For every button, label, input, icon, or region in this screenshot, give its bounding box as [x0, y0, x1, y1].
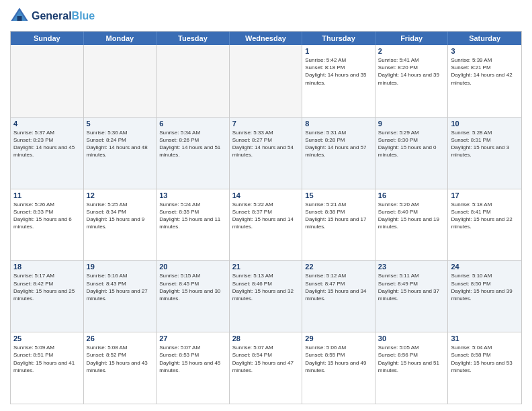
day-number: 26 — [87, 334, 154, 342]
cell-info: Sunrise: 5:15 AM Sunset: 8:45 PM Dayligh… — [159, 272, 226, 302]
day-number: 1 — [305, 47, 372, 55]
calendar-row-5: 25Sunrise: 5:09 AM Sunset: 8:51 PM Dayli… — [11, 332, 521, 404]
day-number: 21 — [232, 263, 300, 271]
cell-info: Sunrise: 5:42 AM Sunset: 8:18 PM Dayligh… — [305, 56, 372, 87]
day-number: 29 — [305, 334, 372, 342]
day-cell-20: 20Sunrise: 5:15 AM Sunset: 8:45 PM Dayli… — [157, 261, 230, 332]
day-number: 24 — [451, 263, 519, 271]
day-cell-6: 6Sunrise: 5:34 AM Sunset: 8:26 PM Daylig… — [157, 118, 230, 189]
calendar: SundayMondayTuesdayWednesdayThursdayFrid… — [10, 31, 522, 404]
cell-info: Sunrise: 5:21 AM Sunset: 8:38 PM Dayligh… — [305, 201, 372, 231]
day-number: 9 — [378, 120, 445, 128]
day-cell-18: 18Sunrise: 5:17 AM Sunset: 8:42 PM Dayli… — [11, 261, 84, 332]
day-cell-31: 31Sunrise: 5:04 AM Sunset: 8:58 PM Dayli… — [448, 332, 521, 404]
day-cell-16: 16Sunrise: 5:20 AM Sunset: 8:40 PM Dayli… — [375, 189, 449, 261]
day-cell-29: 29Sunrise: 5:06 AM Sunset: 8:55 PM Dayli… — [302, 332, 375, 404]
day-number: 19 — [87, 263, 154, 271]
day-number: 14 — [232, 191, 300, 199]
day-cell-4: 4Sunrise: 5:37 AM Sunset: 8:23 PM Daylig… — [11, 118, 84, 189]
day-cell-22: 22Sunrise: 5:12 AM Sunset: 8:47 PM Dayli… — [302, 261, 375, 332]
calendar-body: 1Sunrise: 5:42 AM Sunset: 8:18 PM Daylig… — [11, 45, 521, 404]
calendar-row-3: 11Sunrise: 5:26 AM Sunset: 8:33 PM Dayli… — [11, 189, 521, 261]
cell-info: Sunrise: 5:25 AM Sunset: 8:34 PM Dayligh… — [87, 201, 154, 231]
day-cell-1: 1Sunrise: 5:42 AM Sunset: 8:18 PM Daylig… — [302, 45, 375, 117]
cell-info: Sunrise: 5:31 AM Sunset: 8:28 PM Dayligh… — [305, 129, 372, 159]
day-cell-15: 15Sunrise: 5:21 AM Sunset: 8:38 PM Dayli… — [302, 189, 375, 261]
day-number: 16 — [378, 191, 445, 199]
cell-info: Sunrise: 5:07 AM Sunset: 8:53 PM Dayligh… — [159, 344, 226, 374]
cell-info: Sunrise: 5:33 AM Sunset: 8:27 PM Dayligh… — [232, 129, 300, 159]
day-number: 30 — [378, 334, 445, 342]
day-cell-2: 2Sunrise: 5:41 AM Sunset: 8:20 PM Daylig… — [375, 45, 449, 117]
day-number: 11 — [13, 191, 81, 199]
weekday-header-sunday: Sunday — [11, 32, 84, 45]
day-cell-9: 9Sunrise: 5:29 AM Sunset: 8:30 PM Daylig… — [375, 118, 449, 189]
day-number: 5 — [87, 120, 154, 128]
logo-icon — [10, 7, 29, 26]
day-number: 27 — [159, 334, 226, 342]
day-cell-27: 27Sunrise: 5:07 AM Sunset: 8:53 PM Dayli… — [157, 332, 230, 404]
header: GeneralBlue — [10, 7, 522, 26]
cell-info: Sunrise: 5:07 AM Sunset: 8:54 PM Dayligh… — [232, 344, 300, 374]
cell-info: Sunrise: 5:11 AM Sunset: 8:49 PM Dayligh… — [378, 272, 445, 302]
weekday-header-monday: Monday — [84, 32, 157, 45]
calendar-header: SundayMondayTuesdayWednesdayThursdayFrid… — [11, 32, 521, 45]
day-number: 17 — [451, 191, 519, 199]
cell-info: Sunrise: 5:28 AM Sunset: 8:31 PM Dayligh… — [451, 129, 519, 159]
calendar-row-4: 18Sunrise: 5:17 AM Sunset: 8:42 PM Dayli… — [11, 260, 521, 332]
day-number: 20 — [159, 263, 226, 271]
cell-info: Sunrise: 5:17 AM Sunset: 8:42 PM Dayligh… — [13, 272, 81, 302]
cell-info: Sunrise: 5:05 AM Sunset: 8:56 PM Dayligh… — [378, 344, 445, 374]
cell-info: Sunrise: 5:24 AM Sunset: 8:35 PM Dayligh… — [159, 201, 226, 231]
cell-info: Sunrise: 5:12 AM Sunset: 8:47 PM Dayligh… — [305, 272, 372, 302]
cell-info: Sunrise: 5:06 AM Sunset: 8:55 PM Dayligh… — [305, 344, 372, 374]
day-number: 2 — [378, 47, 445, 55]
cell-info: Sunrise: 5:22 AM Sunset: 8:37 PM Dayligh… — [232, 201, 300, 231]
day-cell-30: 30Sunrise: 5:05 AM Sunset: 8:56 PM Dayli… — [375, 332, 449, 404]
day-number: 31 — [451, 334, 519, 342]
cell-info: Sunrise: 5:26 AM Sunset: 8:33 PM Dayligh… — [13, 201, 81, 231]
weekday-header-tuesday: Tuesday — [157, 32, 230, 45]
day-cell-19: 19Sunrise: 5:16 AM Sunset: 8:43 PM Dayli… — [84, 261, 157, 332]
cell-info: Sunrise: 5:10 AM Sunset: 8:50 PM Dayligh… — [451, 272, 519, 302]
cell-info: Sunrise: 5:18 AM Sunset: 8:41 PM Dayligh… — [451, 201, 519, 231]
day-cell-7: 7Sunrise: 5:33 AM Sunset: 8:27 PM Daylig… — [230, 118, 303, 189]
day-cell-8: 8Sunrise: 5:31 AM Sunset: 8:28 PM Daylig… — [302, 118, 375, 189]
cell-info: Sunrise: 5:13 AM Sunset: 8:46 PM Dayligh… — [232, 272, 300, 302]
day-number: 18 — [13, 263, 81, 271]
weekday-header-friday: Friday — [375, 32, 449, 45]
day-number: 28 — [232, 334, 300, 342]
day-cell-25: 25Sunrise: 5:09 AM Sunset: 8:51 PM Dayli… — [11, 332, 84, 404]
day-cell-17: 17Sunrise: 5:18 AM Sunset: 8:41 PM Dayli… — [448, 189, 521, 261]
day-number: 13 — [159, 191, 226, 199]
day-cell-5: 5Sunrise: 5:36 AM Sunset: 8:24 PM Daylig… — [84, 118, 157, 189]
cell-info: Sunrise: 5:09 AM Sunset: 8:51 PM Dayligh… — [13, 344, 81, 374]
day-cell-10: 10Sunrise: 5:28 AM Sunset: 8:31 PM Dayli… — [448, 118, 521, 189]
day-number: 4 — [13, 120, 81, 128]
day-cell-24: 24Sunrise: 5:10 AM Sunset: 8:50 PM Dayli… — [448, 261, 521, 332]
logo: GeneralBlue — [10, 7, 95, 26]
day-cell-12: 12Sunrise: 5:25 AM Sunset: 8:34 PM Dayli… — [84, 189, 157, 261]
page: GeneralBlue SundayMondayTuesdayWednesday… — [0, 0, 532, 411]
weekday-header-wednesday: Wednesday — [230, 32, 303, 45]
day-number: 23 — [378, 263, 445, 271]
cell-info: Sunrise: 5:37 AM Sunset: 8:23 PM Dayligh… — [13, 129, 81, 159]
day-cell-13: 13Sunrise: 5:24 AM Sunset: 8:35 PM Dayli… — [157, 189, 230, 261]
day-cell-21: 21Sunrise: 5:13 AM Sunset: 8:46 PM Dayli… — [230, 261, 303, 332]
calendar-row-1: 1Sunrise: 5:42 AM Sunset: 8:18 PM Daylig… — [11, 45, 521, 117]
empty-cell — [11, 45, 84, 117]
day-number: 25 — [13, 334, 81, 342]
empty-cell — [157, 45, 230, 117]
day-number: 10 — [451, 120, 519, 128]
day-cell-28: 28Sunrise: 5:07 AM Sunset: 8:54 PM Dayli… — [230, 332, 303, 404]
cell-info: Sunrise: 5:39 AM Sunset: 8:21 PM Dayligh… — [451, 56, 519, 87]
cell-info: Sunrise: 5:34 AM Sunset: 8:26 PM Dayligh… — [159, 129, 226, 159]
empty-cell — [230, 45, 303, 117]
cell-info: Sunrise: 5:29 AM Sunset: 8:30 PM Dayligh… — [378, 129, 445, 159]
day-number: 22 — [305, 263, 372, 271]
day-number: 12 — [87, 191, 154, 199]
cell-info: Sunrise: 5:20 AM Sunset: 8:40 PM Dayligh… — [378, 201, 445, 231]
calendar-row-2: 4Sunrise: 5:37 AM Sunset: 8:23 PM Daylig… — [11, 117, 521, 189]
day-cell-3: 3Sunrise: 5:39 AM Sunset: 8:21 PM Daylig… — [448, 45, 521, 117]
empty-cell — [84, 45, 157, 117]
